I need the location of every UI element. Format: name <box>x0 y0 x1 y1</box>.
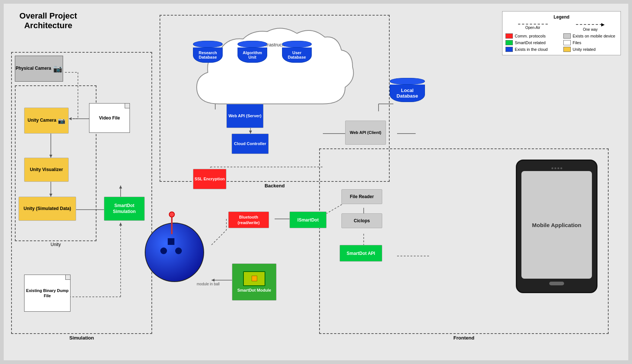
existing-binary-dump: Existing Binary Dump File <box>24 275 71 312</box>
web-api-server: Web API (Server) <box>226 104 263 128</box>
file-reader-label: File Reader <box>350 194 374 199</box>
legend-label-unity: Unity related <box>573 47 596 52</box>
unity-camera-label: Unity Camera <box>27 118 56 124</box>
camera-icon: 📷 <box>53 64 62 73</box>
legend-row-lines: Open-Air ▶ One way <box>505 22 618 32</box>
module-in-ball-label: module in ball <box>197 282 220 286</box>
web-api-server-label: Web API (Server) <box>229 113 262 118</box>
local-db-label: Local Database <box>390 85 425 102</box>
legend-item-comm: Comm. protocols <box>505 33 560 39</box>
diagram-container: Overall Project Architecture Legend Open… <box>4 4 628 360</box>
chip-icon <box>252 276 257 281</box>
legend-swatch-comm <box>505 33 513 39</box>
smartdot-simulation: SmartDot Simulation <box>104 197 145 221</box>
unity-visualizer-label: Unity Visualizer <box>30 167 63 173</box>
ciclops-label: Ciclops <box>354 218 370 223</box>
legend-item-cloud: Exists in the cloud <box>505 47 560 52</box>
legend-swatch-cloud <box>505 47 513 52</box>
existing-binary-label: Existing Binary Dump File <box>24 288 70 299</box>
ball-hole3 <box>175 247 182 254</box>
smartdot-module: SmartDot Module <box>232 263 276 301</box>
algorithm-unit-label: Algorithm Unit <box>238 47 267 63</box>
legend-box: Legend Open-Air ▶ One way Comm. protocol… <box>502 11 621 55</box>
web-api-client: Web API (Client) <box>345 121 386 145</box>
legend-label-files: Files <box>573 40 581 45</box>
cloud-controller: Cloud Controller <box>232 134 269 154</box>
frontend-label: Frontend <box>320 335 608 341</box>
legend-item-files: Files <box>563 40 618 45</box>
legend-grid: Comm. protocols Exists on mobile device … <box>505 33 618 52</box>
ball-hole2 <box>160 247 167 254</box>
research-db-label: Research Database <box>193 47 223 63</box>
phone-speaker <box>551 167 562 169</box>
smartdot-api-label: SmartDot API <box>347 251 375 256</box>
legend-label-cloud: Exists in the cloud <box>515 47 548 52</box>
legend-oneway-label: One way <box>583 27 597 32</box>
camera2-icon: 📷 <box>58 117 65 124</box>
legend-swatch-unity <box>563 47 571 52</box>
legend-swatch-mobile <box>563 33 571 39</box>
mobile-application-label: Mobile Application <box>532 222 582 228</box>
user-database: User Database <box>282 41 312 63</box>
simulation-label: Simulation <box>12 335 151 341</box>
unity-visualizer: Unity Visualizer <box>24 158 69 182</box>
unity-camera: Unity Camera 📷 <box>24 108 69 134</box>
bluetooth-label: Bluetooth (read/write) <box>229 214 269 225</box>
legend-swatch-smartdot <box>505 40 513 45</box>
ball-hole1 <box>168 238 174 245</box>
bluetooth: Bluetooth (read/write) <box>228 211 269 228</box>
legend-item-unity: Unity related <box>563 47 618 52</box>
legend-item-smartdot: SmartDot related <box>505 40 560 45</box>
unity-simulated: Unity (Simulated Data) <box>19 197 76 221</box>
bowling-pin <box>169 211 175 234</box>
svg-line-37 <box>212 230 226 245</box>
legend-label-comm: Comm. protocols <box>515 34 546 38</box>
local-database: Local Database <box>390 78 425 102</box>
phone-screen: Mobile Application <box>521 171 592 279</box>
legend-label-smartdot: SmartDot related <box>515 40 546 45</box>
phone-home-button <box>549 282 564 285</box>
file-reader: File Reader <box>341 189 382 204</box>
ciclops: Ciclops <box>341 213 382 228</box>
cloud-shape: Cloud-Infrastructure <box>174 19 360 122</box>
physical-camera: Physical Camera 📷 <box>15 56 63 82</box>
legend-openair-label: Open-Air <box>525 26 540 30</box>
ismartdot-label: ISmartDot <box>297 217 318 223</box>
ssl-encryption: SSL Encryption <box>193 169 226 189</box>
title-text: Overall Project Architecture <box>19 11 77 30</box>
legend-title: Legend <box>505 14 618 20</box>
smartdot-simulation-label: SmartDot Simulation <box>104 203 144 214</box>
pcb-icon <box>243 271 265 286</box>
unity-label: Unity <box>16 242 96 247</box>
smartdot-module-label: SmartDot Module <box>237 288 271 293</box>
ssl-label: SSL Encryption <box>194 176 225 181</box>
smartdot-api: SmartDot API <box>340 245 382 262</box>
mobile-phone: Mobile Application <box>516 160 597 293</box>
legend-swatch-files <box>563 40 571 45</box>
cloud-controller-label: Cloud Controller <box>234 141 266 146</box>
physical-camera-label: Physical Camera <box>16 66 51 72</box>
svg-marker-36 <box>212 279 215 282</box>
video-file-label: Video File <box>99 115 120 121</box>
page-title: Overall Project Architecture <box>11 11 85 31</box>
legend-label-mobile: Exists on mobile device <box>573 34 615 38</box>
video-file: Video File <box>89 103 130 133</box>
unity-simulated-label: Unity (Simulated Data) <box>23 206 71 212</box>
legend-item-mobile: Exists on mobile device <box>563 33 618 39</box>
web-api-client-label: Web API (Client) <box>350 130 382 135</box>
algorithm-unit: Algorithm Unit <box>238 41 267 63</box>
ismartdot: ISmartDot <box>289 211 327 228</box>
research-database: Research Database <box>193 41 223 63</box>
user-db-label: User Database <box>282 47 312 63</box>
